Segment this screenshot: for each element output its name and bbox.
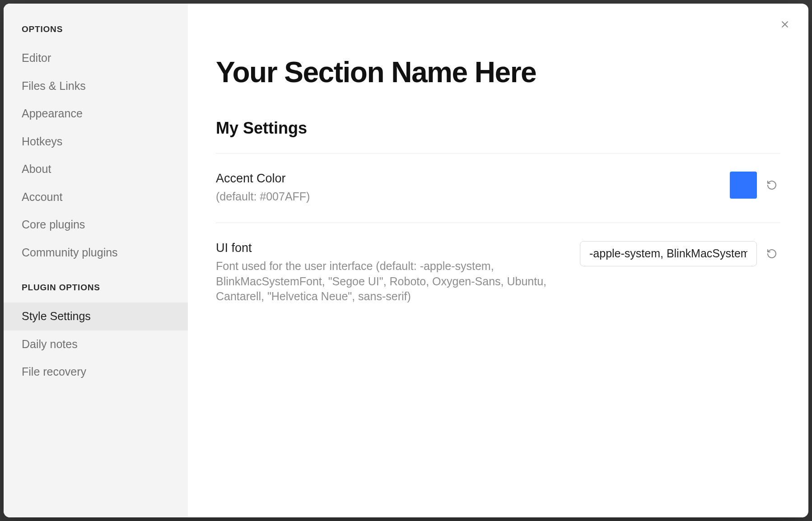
setting-control — [730, 172, 780, 199]
setting-desc-accent-color: (default: #007AFF) — [216, 189, 712, 205]
setting-row-accent-color: Accent Color (default: #007AFF) — [216, 154, 780, 223]
reset-ui-font-button[interactable] — [763, 245, 780, 262]
sidebar-section-plugin-options-header: PLUGIN OPTIONS — [4, 283, 188, 302]
sidebar-section-options-header: OPTIONS — [4, 24, 188, 44]
page-title: Your Section Name Here — [216, 56, 780, 89]
settings-modal: OPTIONS EditorFiles & LinksAppearanceHot… — [4, 4, 808, 517]
settings-sidebar: OPTIONS EditorFiles & LinksAppearanceHot… — [4, 4, 188, 517]
setting-control — [580, 241, 780, 266]
sidebar-item-file-recovery[interactable]: File recovery — [4, 358, 188, 386]
setting-desc-ui-font: Font used for the user interface (defaul… — [216, 259, 562, 304]
subsection-title: My Settings — [216, 119, 780, 138]
sidebar-item-daily-notes[interactable]: Daily notes — [4, 330, 188, 358]
sidebar-item-community-plugins[interactable]: Community plugins — [4, 239, 188, 267]
sidebar-item-about[interactable]: About — [4, 155, 188, 183]
reset-icon — [766, 248, 777, 259]
setting-row-ui-font: UI font Font used for the user interface… — [216, 223, 780, 322]
sidebar-item-editor[interactable]: Editor — [4, 44, 188, 72]
reset-accent-color-button[interactable] — [763, 177, 780, 194]
reset-icon — [766, 180, 777, 191]
setting-name-ui-font: UI font — [216, 241, 562, 255]
sidebar-item-appearance[interactable]: Appearance — [4, 100, 188, 128]
setting-info: UI font Font used for the user interface… — [216, 241, 562, 304]
sidebar-item-files-links[interactable]: Files & Links — [4, 72, 188, 100]
sidebar-item-account[interactable]: Account — [4, 183, 188, 211]
sidebar-item-core-plugins[interactable]: Core plugins — [4, 211, 188, 239]
setting-info: Accent Color (default: #007AFF) — [216, 172, 712, 205]
sidebar-item-style-settings[interactable]: Style Settings — [4, 302, 188, 330]
ui-font-input[interactable] — [580, 241, 757, 266]
close-icon — [780, 20, 789, 29]
close-button[interactable] — [776, 15, 794, 33]
settings-content: Your Section Name Here My Settings Accen… — [188, 4, 808, 517]
sidebar-item-hotkeys[interactable]: Hotkeys — [4, 128, 188, 156]
setting-name-accent-color: Accent Color — [216, 172, 712, 186]
accent-color-swatch[interactable] — [730, 172, 757, 199]
